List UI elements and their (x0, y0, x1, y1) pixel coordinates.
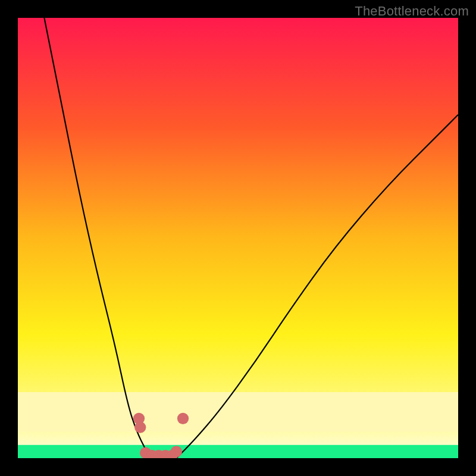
chart-svg (18, 18, 458, 458)
marker-dot (177, 413, 189, 424)
floor-band (18, 445, 458, 458)
marker-dot (134, 422, 146, 433)
highlight-band (18, 392, 458, 432)
marker-dot (171, 446, 182, 457)
chart-frame: TheBottleneck.com (0, 0, 476, 476)
watermark-text: TheBottleneck.com (355, 4, 469, 19)
plot-area (18, 18, 458, 458)
